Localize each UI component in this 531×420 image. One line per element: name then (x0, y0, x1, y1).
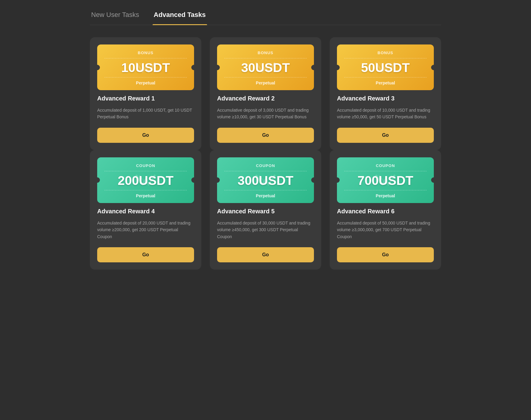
ticket-sub-reward-5: Perpetual (256, 193, 275, 198)
card-description-reward-1: Accumulated deposit of 1,000 USDT, get 1… (97, 107, 194, 120)
ticket-label-reward-4: Coupon (136, 163, 155, 168)
ticket-sub-reward-1: Perpetual (136, 80, 155, 85)
card-title-reward-1: Advanced Reward 1 (97, 95, 194, 102)
card-description-reward-5: Accumulated deposit of 30,000 USDT and t… (217, 220, 314, 240)
ticket-label-reward-5: Coupon (256, 163, 275, 168)
cards-row-1: Coupon 200USDT Perpetual Advanced Reward… (90, 150, 441, 270)
cards-row-0: Bonus 10USDT Perpetual Advanced Reward 1… (90, 37, 441, 150)
card-title-reward-4: Advanced Reward 4 (97, 208, 194, 215)
ticket-dashed-line-bottom (104, 77, 187, 77)
card-title-reward-3: Advanced Reward 3 (337, 95, 434, 102)
ticket-sub-reward-6: Perpetual (376, 193, 395, 198)
card-description-reward-3: Accumulated deposit of 10,000 USDT and t… (337, 107, 434, 120)
ticket-amount-reward-5: 300USDT (238, 174, 293, 187)
reward-card-reward-2: Bonus 30USDT Perpetual Advanced Reward 2… (210, 37, 321, 150)
card-description-reward-6: Accumulated deposit of 50,000 USDT and t… (337, 220, 434, 240)
ticket-reward-2: Bonus 30USDT Perpetual (217, 44, 314, 90)
ticket-amount-reward-4: 200USDT (118, 174, 173, 187)
card-description-reward-2: Accumulative deposit of 3,000 USDT and t… (217, 107, 314, 120)
go-button-reward-4[interactable]: Go (97, 247, 194, 262)
ticket-sub-reward-3: Perpetual (376, 80, 395, 85)
ticket-reward-6: Coupon 700USDT Perpetual (337, 157, 434, 203)
ticket-amount-reward-1: 10USDT (121, 61, 170, 74)
reward-card-reward-5: Coupon 300USDT Perpetual Advanced Reward… (210, 150, 321, 270)
ticket-dashed-line-bottom (344, 190, 427, 190)
ticket-reward-3: Bonus 50USDT Perpetual (337, 44, 434, 90)
go-button-reward-5[interactable]: Go (217, 247, 314, 262)
card-title-reward-2: Advanced Reward 2 (217, 95, 314, 102)
card-title-reward-6: Advanced Reward 6 (337, 208, 434, 215)
cards-container: Bonus 10USDT Perpetual Advanced Reward 1… (90, 37, 441, 270)
page-container: New User Tasks Advanced Tasks Bonus 10US… (78, 0, 453, 282)
card-title-reward-5: Advanced Reward 5 (217, 208, 314, 215)
ticket-dashed-line-bottom (224, 190, 307, 190)
reward-card-reward-6: Coupon 700USDT Perpetual Advanced Reward… (330, 150, 441, 270)
ticket-amount-reward-2: 30USDT (241, 61, 290, 74)
go-button-reward-6[interactable]: Go (337, 247, 434, 262)
go-button-reward-1[interactable]: Go (97, 128, 194, 143)
ticket-sub-reward-4: Perpetual (136, 193, 155, 198)
ticket-label-reward-6: Coupon (376, 163, 395, 168)
card-description-reward-4: Accumulated deposit of 20,000 USDT and t… (97, 220, 194, 240)
tab-new-user[interactable]: New User Tasks (90, 6, 140, 25)
ticket-amount-reward-3: 50USDT (361, 61, 410, 74)
tabs-header: New User Tasks Advanced Tasks (90, 6, 441, 25)
ticket-dashed-line-bottom (104, 190, 187, 190)
ticket-label-reward-1: Bonus (138, 51, 153, 55)
tab-advanced[interactable]: Advanced Tasks (153, 6, 207, 25)
ticket-label-reward-2: Bonus (258, 51, 273, 55)
ticket-reward-4: Coupon 200USDT Perpetual (97, 157, 194, 203)
ticket-reward-1: Bonus 10USDT Perpetual (97, 44, 194, 90)
go-button-reward-2[interactable]: Go (217, 128, 314, 143)
go-button-reward-3[interactable]: Go (337, 128, 434, 143)
reward-card-reward-4: Coupon 200USDT Perpetual Advanced Reward… (90, 150, 201, 270)
ticket-amount-reward-6: 700USDT (358, 174, 413, 187)
ticket-label-reward-3: Bonus (378, 51, 393, 55)
ticket-dashed-line-bottom (224, 77, 307, 77)
ticket-dashed-line-bottom (344, 77, 427, 77)
ticket-sub-reward-2: Perpetual (256, 80, 275, 85)
ticket-reward-5: Coupon 300USDT Perpetual (217, 157, 314, 203)
reward-card-reward-3: Bonus 50USDT Perpetual Advanced Reward 3… (330, 37, 441, 150)
reward-card-reward-1: Bonus 10USDT Perpetual Advanced Reward 1… (90, 37, 201, 150)
